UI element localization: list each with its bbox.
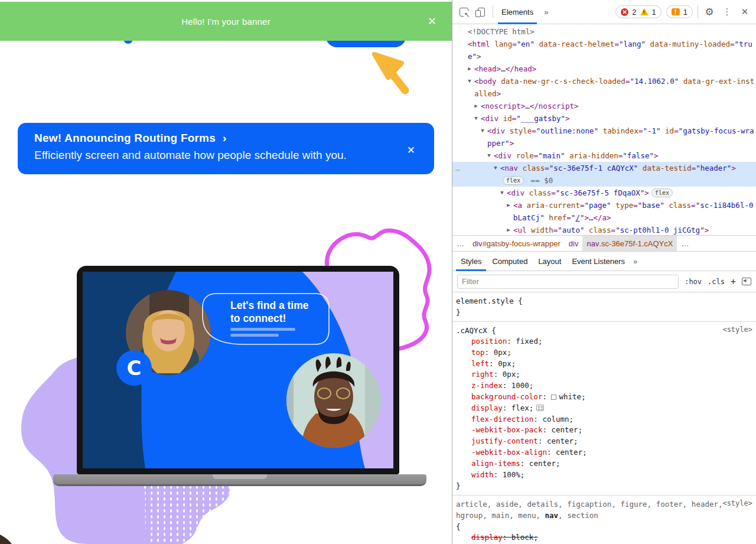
warning-count: 1 — [652, 8, 656, 17]
css-property[interactable]: display: flex; — [456, 403, 752, 414]
warning-icon — [640, 8, 649, 15]
more-style-tabs-icon[interactable]: » — [631, 257, 640, 266]
laptop-base — [53, 474, 426, 486]
tab-event-listeners[interactable]: Event Listeners — [567, 251, 630, 271]
dom-tree-node[interactable]: ▼<body data-new-gr-c-s-check-loaded="14.… — [452, 75, 756, 100]
toggle-sidebar-icon[interactable] — [742, 278, 751, 285]
stylesheet-source-link[interactable]: <style> — [722, 325, 752, 334]
css-property[interactable]: display: block; — [456, 532, 752, 543]
dom-tree-node[interactable]: ▶<noscript>…</noscript> — [452, 100, 756, 112]
css-selector[interactable]: article, aside, details, figcaption, fig… — [456, 499, 752, 521]
new-style-rule-button[interactable]: + — [731, 276, 736, 287]
promo-title-text: New! Announcing Routing Forms — [34, 132, 216, 144]
tab-styles[interactable]: Styles — [456, 251, 486, 271]
dom-tree-node[interactable]: ▼<div style="outline:none" tabindex="-1"… — [452, 125, 756, 149]
dom-tree-node[interactable]: ▶<head>…</head> — [452, 63, 756, 75]
toolbar-divider — [698, 5, 698, 18]
dom-tree-node[interactable]: ▶<a aria-current="page" type="base" clas… — [452, 199, 756, 224]
css-selector[interactable]: .cAQYcX { — [456, 325, 752, 336]
dom-tree-node[interactable]: ▼<div role="main" aria-hidden="false"> — [452, 149, 756, 162]
laptop-screen: Let's find a time to connect! C — [83, 272, 393, 468]
device-toolbar-icon[interactable] — [475, 5, 488, 18]
css-rule: element.style {} — [452, 292, 756, 322]
expand-arrow-closed-icon[interactable]: ▶ — [506, 199, 511, 211]
breadcrumb-item[interactable]: div — [565, 236, 583, 251]
kebab-menu-icon[interactable]: ⋮ — [721, 5, 734, 18]
web-page: Hello! I'm your banner ✕ New! Announcing… — [0, 0, 452, 544]
css-rule: <style>.cAQYcX {position: fixed;top: 0px… — [452, 322, 756, 496]
css-property[interactable]: justify-content: center; — [456, 436, 752, 447]
calendly-logo: C — [116, 350, 152, 386]
dom-tree-node[interactable]: <!DOCTYPE html> — [452, 25, 756, 38]
dom-breadcrumbs: …div#gatsby-focus-wrapperdivnav.sc-36e75… — [452, 235, 756, 251]
node-more-actions[interactable]: … — [455, 162, 461, 174]
css-property[interactable]: position: fixed; — [456, 336, 752, 347]
laptop-illustration: Let's find a time to connect! C — [77, 266, 399, 474]
css-property[interactable]: width: 100%; — [456, 470, 752, 481]
expand-arrow-closed-icon[interactable]: ▶ — [467, 63, 472, 75]
dom-tree-node[interactable]: ▼<div id="___gatsby"> — [452, 112, 756, 125]
dom-tree-node[interactable]: ▼<div class="sc-36e75f-5 fDqaOX">flex — [452, 187, 756, 199]
banner-text: Hello! I'm your banner — [181, 17, 271, 27]
breadcrumb-item[interactable]: nav.sc-36e75f-1.cAQYcX — [582, 236, 677, 251]
promo-title[interactable]: New! Announcing Routing Forms› — [34, 132, 226, 145]
inspect-element-icon[interactable]: ↖ — [457, 5, 470, 18]
tab-elements[interactable]: Elements — [498, 0, 537, 24]
flex-editor-icon[interactable] — [536, 405, 544, 411]
devtools-panel: ↖ Elements » ✕ 2 1 ! 1 ⚙ ⋮ ✕ — [452, 0, 756, 544]
issues-count: 1 — [683, 8, 687, 17]
svg-text:C: C — [127, 356, 142, 380]
styles-filter-row: :hov .cls + — [452, 271, 756, 292]
css-property[interactable]: left: 0px; — [456, 359, 752, 370]
expand-arrow-open-icon[interactable]: ▼ — [499, 187, 505, 199]
tab-layout[interactable]: Layout — [533, 251, 566, 271]
css-property[interactable]: align-items: center; — [456, 458, 752, 470]
toggle-hover-state-button[interactable]: :hov — [685, 278, 702, 286]
breadcrumb-overflow[interactable]: … — [677, 236, 693, 251]
banner-close-icon[interactable]: ✕ — [428, 16, 436, 27]
close-devtools-icon[interactable]: ✕ — [738, 5, 751, 18]
css-property[interactable]: right: 0px; — [456, 369, 752, 380]
tab-computed[interactable]: Computed — [487, 251, 532, 271]
settings-gear-icon[interactable]: ⚙ — [703, 5, 716, 18]
laptop-screen-art: Let's find a time to connect! C — [83, 272, 393, 468]
css-property[interactable]: flex-direction: column; — [456, 414, 752, 425]
svg-text:to connect!: to connect! — [230, 312, 286, 324]
expand-arrow-closed-icon[interactable]: ▶ — [506, 224, 511, 235]
styles-rules-list: element.style {}<style>.cAQYcX {position… — [452, 292, 756, 544]
flex-badge[interactable]: flex — [503, 176, 524, 185]
styles-tab-bar: StylesComputedLayoutEvent Listeners» — [452, 251, 756, 271]
expand-arrow-open-icon[interactable]: ▼ — [480, 125, 485, 137]
expand-arrow-closed-icon[interactable]: ▶ — [473, 100, 479, 112]
expand-arrow-open-icon[interactable]: ▼ — [486, 149, 492, 162]
man-avatar — [286, 353, 381, 448]
breadcrumb-overflow[interactable]: … — [452, 236, 468, 251]
dom-tree-node[interactable]: ▶<ul width="auto" class="sc-pt0hl1-0 jiC… — [452, 224, 756, 235]
css-selector[interactable]: element.style { — [456, 295, 752, 307]
promo-banner[interactable]: New! Announcing Routing Forms› Efficient… — [18, 123, 434, 174]
dom-tree-node[interactable]: <html lang="en" data-react-helmet="lang"… — [452, 38, 756, 63]
expand-arrow-open-icon[interactable]: ▼ — [493, 162, 498, 174]
devtools-toolbar: ↖ Elements » ✕ 2 1 ! 1 ⚙ ⋮ ✕ — [452, 0, 756, 24]
promo-subtitle: Efficiently screen and automate how peop… — [34, 149, 347, 162]
breadcrumb-item[interactable]: div#gatsby-focus-wrapper — [468, 236, 565, 251]
screenshot-root: Hello! I'm your banner ✕ New! Announcing… — [0, 0, 756, 544]
issues-badge[interactable]: ! 1 — [666, 5, 693, 18]
more-tabs-icon[interactable]: » — [542, 8, 550, 17]
console-errors-badge[interactable]: ✕ 2 1 — [615, 5, 661, 18]
promo-close-icon[interactable]: ✕ — [407, 144, 415, 157]
flex-badge[interactable]: flex — [651, 188, 673, 197]
color-swatch[interactable] — [551, 395, 556, 400]
stylesheet-source-link[interactable]: <style> — [722, 499, 752, 507]
test-banner: Hello! I'm your banner ✕ — [0, 2, 452, 41]
css-property[interactable]: -webkit-box-align: center; — [456, 447, 752, 458]
expand-arrow-open-icon[interactable]: ▼ — [467, 75, 472, 87]
styles-filter-input[interactable] — [457, 275, 679, 289]
css-property[interactable]: z-index: 1000; — [456, 380, 752, 392]
css-property[interactable]: background-color: white; — [456, 392, 752, 403]
css-property[interactable]: top: 0px; — [456, 347, 752, 359]
expand-arrow-open-icon[interactable]: ▼ — [473, 112, 479, 125]
toggle-class-button[interactable]: .cls — [708, 278, 725, 286]
css-property[interactable]: -webkit-box-pack: center; — [456, 425, 752, 436]
dom-tree-node[interactable]: …▼<nav class="sc-36e75f-1 cAQYcX" data-t… — [452, 162, 756, 187]
